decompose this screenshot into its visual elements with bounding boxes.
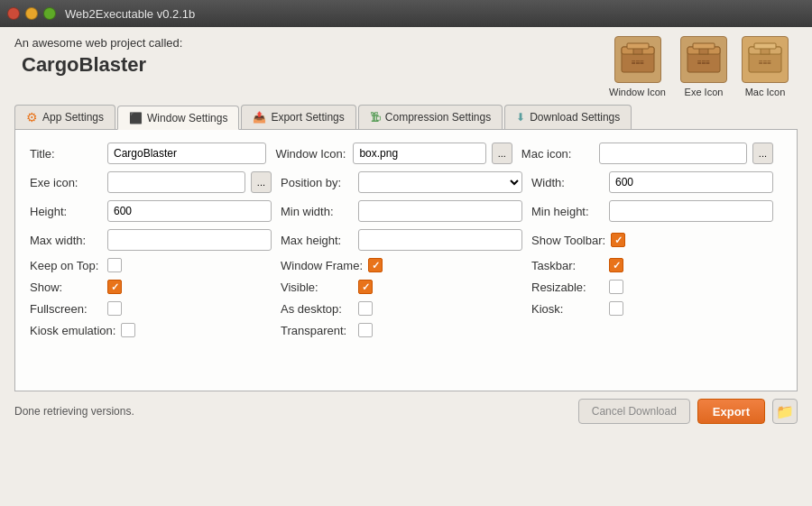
show-field-group: Show: (30, 280, 281, 294)
visible-field-group: Visible: (281, 280, 531, 294)
taskbar-checkbox[interactable] (609, 258, 623, 272)
tab-app-settings[interactable]: ⚙ App Settings (14, 105, 115, 129)
cancel-download-button[interactable]: Cancel Download (578, 399, 690, 424)
exe-icon-input[interactable] (107, 171, 245, 193)
resizable-checkbox[interactable] (609, 280, 623, 294)
window-frame-checkbox[interactable] (368, 258, 383, 272)
max-height-input[interactable] (358, 229, 522, 251)
visible-label: Visible: (281, 281, 353, 294)
maximize-button[interactable] (43, 7, 56, 20)
mac-icon-label: Mac Icon (745, 87, 786, 97)
window-icon-field-group: Window Icon: ... (275, 143, 521, 164)
taskbar-field-group: Taskbar: (531, 258, 782, 272)
settings-panel: Title: Window Icon: ... Mac icon: ... Ex… (14, 130, 798, 391)
tab-window-settings[interactable]: ⬛ Window Settings (117, 106, 239, 130)
exe-icon-field-group: Exe icon: ... (30, 171, 281, 193)
taskbar-label: Taskbar: (531, 259, 604, 272)
fullscreen-checkbox[interactable] (107, 301, 122, 316)
width-label: Width: (531, 176, 604, 189)
transparent-label: Transparent: (281, 324, 353, 337)
width-field-group: Width: (531, 171, 782, 193)
height-input[interactable] (107, 200, 272, 222)
show-toolbar-field-group: Show Toolbar: (531, 229, 782, 251)
as-desktop-label: As desktop: (281, 302, 353, 316)
window-controls[interactable] (7, 7, 56, 20)
status-bar: Done retrieving versions. Cancel Downloa… (14, 391, 798, 428)
visible-checkbox[interactable] (358, 280, 373, 294)
folder-button[interactable]: 📁 (772, 399, 798, 424)
min-height-field-group: Min height: (531, 200, 782, 222)
height-field-group: Height: (30, 200, 281, 222)
window-title: Web2Executable v0.2.1b (65, 7, 195, 21)
position-by-label: Position by: (281, 176, 353, 189)
exe-icon-label: Exe Icon (685, 87, 724, 97)
mac-icon-browse-button[interactable]: ... (752, 143, 773, 164)
project-info: An awesome web project called: CargoBlas… (14, 36, 609, 86)
title-input[interactable] (107, 143, 266, 164)
resizable-field-group: Resizable: (531, 280, 782, 294)
kiosk-emulation-field-group: Kiosk emulation: (30, 323, 281, 337)
export-button[interactable]: Export (697, 399, 765, 424)
max-width-input[interactable] (107, 229, 272, 251)
show-label: Show: (30, 281, 102, 294)
svg-text:≡≡≡: ≡≡≡ (631, 59, 643, 67)
tab-download-settings[interactable]: ⬇ Download Settings (504, 105, 632, 129)
kiosk-field-group: Kiosk: (531, 301, 782, 316)
transparent-field-group: Transparent: (281, 323, 531, 337)
show-checkbox[interactable] (107, 280, 122, 294)
min-width-field-group: Min width: (281, 200, 531, 222)
max-width-label: Max width: (30, 234, 102, 247)
titlebar: Web2Executable v0.2.1b (0, 0, 812, 27)
window-icon-browse-button[interactable]: ... (492, 143, 512, 164)
max-height-field-group: Max height: (281, 229, 531, 251)
window-frame-field-group: Window Frame: (281, 258, 531, 272)
minimize-button[interactable] (25, 7, 38, 20)
close-button[interactable] (7, 7, 20, 20)
window-icon-item[interactable]: ≡≡≡ Window Icon (609, 36, 666, 97)
project-name: CargoBlaster (22, 53, 609, 77)
kiosk-checkbox[interactable] (609, 301, 623, 316)
min-height-input[interactable] (609, 200, 773, 222)
as-desktop-checkbox[interactable] (358, 301, 373, 316)
title-label: Title: (30, 147, 102, 161)
project-subtitle: An awesome web project called: (14, 36, 609, 50)
height-label: Height: (30, 205, 102, 218)
action-buttons: Cancel Download Export 📁 (578, 399, 798, 424)
svg-rect-8 (693, 43, 715, 49)
mac-icon-image[interactable]: ≡≡≡ (742, 36, 789, 83)
fullscreen-field-group: Fullscreen: (30, 301, 281, 316)
exe-icon-item[interactable]: ≡≡≡ Exe Icon (680, 36, 727, 97)
main-content: An awesome web project called: CargoBlas… (0, 27, 812, 435)
position-by-field-group: Position by: (281, 171, 531, 193)
mac-icon-field-group: Mac icon: ... (521, 143, 782, 164)
position-by-select[interactable] (358, 171, 522, 193)
fullscreen-label: Fullscreen: (30, 302, 102, 316)
title-field-group: Title: (30, 143, 275, 164)
window-icon-input[interactable] (353, 143, 485, 164)
tabs: ⚙ App Settings ⬛ Window Settings 📤 Expor… (14, 105, 798, 130)
window-icon-label: Window Icon (609, 87, 666, 97)
svg-text:≡≡≡: ≡≡≡ (697, 59, 710, 67)
exe-icon-image[interactable]: ≡≡≡ (680, 36, 727, 83)
width-input[interactable] (609, 171, 773, 193)
as-desktop-field-group: As desktop: (281, 301, 531, 316)
show-toolbar-label: Show Toolbar: (531, 234, 605, 247)
tab-export-settings[interactable]: 📤 Export Settings (241, 105, 355, 129)
mac-icon-input[interactable] (599, 143, 747, 164)
tab-compression-settings[interactable]: 🗜 Compression Settings (358, 105, 503, 129)
min-width-input[interactable] (358, 200, 522, 222)
window-frame-label: Window Frame: (281, 259, 363, 272)
window-icon-image[interactable]: ≡≡≡ (614, 36, 661, 83)
max-height-label: Max height: (281, 234, 353, 247)
mac-icon-item[interactable]: ≡≡≡ Mac Icon (742, 36, 789, 97)
keep-on-top-checkbox[interactable] (107, 258, 122, 272)
exe-icon-browse-button[interactable]: ... (251, 171, 272, 193)
min-width-label: Min width: (281, 205, 353, 218)
window-icon-label-field: Window Icon: (275, 147, 347, 161)
show-toolbar-checkbox[interactable] (611, 233, 625, 247)
icons-section: ≡≡≡ Window Icon ≡≡≡ Exe Icon (609, 36, 789, 97)
kiosk-label: Kiosk: (531, 302, 604, 316)
transparent-checkbox[interactable] (358, 323, 373, 337)
kiosk-emulation-checkbox[interactable] (121, 323, 135, 337)
keep-on-top-field-group: Keep on Top: (30, 258, 281, 272)
